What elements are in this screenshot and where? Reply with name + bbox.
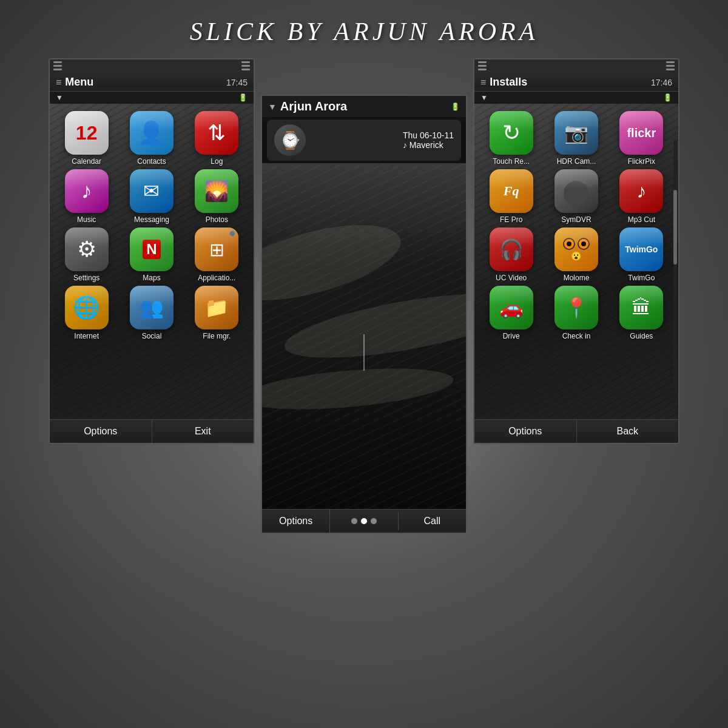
left-screen-time: 17:45 bbox=[226, 78, 248, 87]
guides-icon: 🏛 bbox=[619, 286, 663, 329]
middle-signal-icon: ▼ bbox=[268, 102, 277, 112]
photos-img: 🌄 bbox=[204, 180, 229, 203]
call-song: ♪ Maverick bbox=[403, 140, 454, 150]
app-item-fepro[interactable]: Fq FE Pro bbox=[480, 169, 542, 224]
checkin-icon: 📍 bbox=[554, 286, 598, 329]
right-options-button[interactable]: Options bbox=[474, 420, 577, 443]
molome-icon: 😮 bbox=[554, 228, 598, 271]
app-item-mp3cut[interactable]: ♪ Mp3 Cut bbox=[611, 169, 672, 224]
left-exit-button[interactable]: Exit bbox=[152, 420, 254, 443]
messaging-icon: ✉ bbox=[130, 169, 174, 213]
molome-left-pupil bbox=[567, 241, 571, 246]
app-item-twimgo[interactable]: TwimGo TwimGo bbox=[611, 228, 672, 282]
dot-1 bbox=[351, 518, 357, 524]
app-item-molome[interactable]: 😮 Molome bbox=[545, 228, 607, 282]
app-item-calendar[interactable]: 12 Calendar bbox=[56, 111, 117, 166]
app-item-filemgr[interactable]: 📁 File mgr. bbox=[186, 286, 248, 340]
applications-dot bbox=[229, 231, 235, 237]
applications-label: Applicatio... bbox=[198, 274, 235, 282]
fepro-label: FE Pro bbox=[500, 215, 522, 224]
molome-left-eye bbox=[563, 238, 575, 250]
flickr-label: FlickrPix bbox=[628, 157, 655, 166]
calendar-number: 12 bbox=[76, 122, 98, 144]
contacts-figure: 👤 bbox=[138, 120, 165, 146]
molome-text: 😮 bbox=[571, 251, 581, 261]
ucvideo-label: UC Video bbox=[496, 274, 527, 282]
right-signal-icon: ▼ bbox=[480, 93, 488, 102]
flickr-icon: flickr bbox=[619, 111, 663, 155]
photos-label: Photos bbox=[206, 215, 228, 224]
hdrcam-symbol: 📷 bbox=[564, 121, 588, 144]
log-arrow: ⇅ bbox=[207, 120, 226, 146]
app-item-ucvideo[interactable]: 🎧 UC Video bbox=[480, 228, 542, 282]
app-item-drive[interactable]: 🚗 Drive bbox=[480, 286, 542, 340]
internet-icon: 🌐 bbox=[65, 286, 109, 329]
scroll-thumb bbox=[673, 190, 677, 265]
twimgo-label: TwimGo bbox=[628, 274, 655, 282]
app-item-internet[interactable]: 🌐 Internet bbox=[56, 286, 117, 340]
scroll-track[interactable] bbox=[673, 140, 677, 389]
right-screen-bg: ↻ Touch Re... 📷 HDR Cam... flickr bbox=[474, 104, 678, 419]
touchre-icon: ↻ bbox=[490, 111, 533, 155]
app-item-flickr[interactable]: flickr FlickrPix bbox=[611, 111, 672, 166]
app-item-hdrcam[interactable]: 📷 HDR Cam... bbox=[545, 111, 607, 166]
app-item-applications[interactable]: ⊞ Applicatio... bbox=[186, 228, 248, 282]
settings-icon: ⚙ bbox=[65, 228, 109, 271]
applications-icon: ⊞ bbox=[195, 228, 238, 271]
molome-right-pupil bbox=[581, 241, 586, 246]
left-screen-footer: Options Exit bbox=[50, 419, 254, 443]
middle-phone-screen: ▼ Arjun Arora 🔋 ⌚ Thu 06-10-11 ♪ Maveric… bbox=[261, 95, 467, 534]
left-phone-screen: ≡ Menu 17:45 ▼ 🔋 12 Calendar bbox=[49, 58, 255, 444]
mp3cut-label: Mp3 Cut bbox=[628, 215, 655, 224]
mp3cut-icon: ♪ bbox=[619, 169, 663, 213]
middle-dots bbox=[330, 512, 398, 530]
maps-n-badge: N bbox=[143, 240, 160, 259]
right-screen-header: ≡ Installs 17:46 bbox=[474, 72, 678, 92]
middle-options-button[interactable]: Options bbox=[262, 510, 330, 533]
right-back-button[interactable]: Back bbox=[577, 420, 679, 443]
filemgr-icon: 📁 bbox=[195, 286, 238, 329]
symdvr-icon: ⬤ bbox=[554, 169, 598, 213]
screens-container: ≡ Menu 17:45 ▼ 🔋 12 Calendar bbox=[0, 58, 728, 534]
guides-label: Guides bbox=[630, 332, 653, 340]
settings-label: Settings bbox=[73, 274, 99, 282]
app-item-log[interactable]: ⇅ Log bbox=[186, 111, 248, 166]
app-item-social[interactable]: 👥 Social bbox=[121, 286, 182, 340]
log-icon: ⇅ bbox=[195, 111, 238, 155]
app-item-maps[interactable]: N Maps bbox=[121, 228, 182, 282]
app-item-messaging[interactable]: ✉ Messaging bbox=[121, 169, 182, 224]
app-item-touchre[interactable]: ↻ Touch Re... bbox=[480, 111, 542, 166]
app-item-symdvr[interactable]: ⬤ SymDVR bbox=[545, 169, 607, 224]
checkin-label: Check in bbox=[562, 332, 591, 340]
left-status-bar: ▼ 🔋 bbox=[50, 92, 254, 104]
app-item-photos[interactable]: 🌄 Photos bbox=[186, 169, 248, 224]
middle-footer: Options Call bbox=[262, 509, 466, 533]
calendar-label: Calendar bbox=[72, 157, 101, 166]
left-battery-icon: 🔋 bbox=[238, 93, 248, 102]
middle-bg bbox=[262, 163, 466, 509]
drive-label: Drive bbox=[503, 332, 520, 340]
checkin-pin: 📍 bbox=[564, 296, 588, 319]
flickr-text: flickr bbox=[627, 126, 656, 140]
call-date: Thu 06-10-11 bbox=[403, 130, 454, 140]
social-icon: 👥 bbox=[130, 286, 174, 329]
hdrcam-label: HDR Cam... bbox=[557, 157, 596, 166]
light-streak bbox=[363, 334, 365, 371]
app-item-contacts[interactable]: 👤 Contacts bbox=[121, 111, 182, 166]
filemgr-label: File mgr. bbox=[203, 332, 231, 340]
music-label: Music bbox=[77, 215, 96, 224]
right-apps-grid: ↻ Touch Re... 📷 HDR Cam... flickr bbox=[474, 104, 678, 348]
app-item-checkin[interactable]: 📍 Check in bbox=[545, 286, 607, 340]
twimgo-text: TwimGo bbox=[625, 244, 658, 254]
left-options-button[interactable]: Options bbox=[50, 420, 152, 443]
app-item-music[interactable]: ♪ Music bbox=[56, 169, 117, 224]
right-screen-footer: Options Back bbox=[474, 419, 678, 443]
app-item-guides[interactable]: 🏛 Guides bbox=[611, 286, 672, 340]
right-screen-time: 17:46 bbox=[651, 78, 672, 87]
menu-title-icon: ≡ bbox=[56, 77, 61, 88]
right-grip-right bbox=[666, 61, 675, 70]
app-item-settings[interactable]: ⚙ Settings bbox=[56, 228, 117, 282]
left-apps-grid: 12 Calendar 👤 Contacts ⇅ Log bbox=[50, 104, 254, 348]
middle-call-button[interactable]: Call bbox=[399, 510, 466, 533]
calendar-icon: 12 bbox=[65, 111, 109, 155]
